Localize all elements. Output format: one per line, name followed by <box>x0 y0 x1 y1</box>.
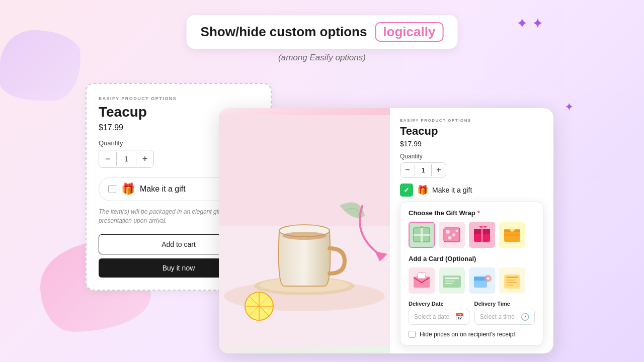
header-title-text: Show/hide custom options <box>201 24 367 40</box>
wrap-swatch-2 <box>440 223 464 247</box>
svg-rect-38 <box>445 283 453 284</box>
header-subtitle: (among Easify options) <box>278 53 366 63</box>
wrap-required-star: * <box>477 209 480 217</box>
card-swatch-4 <box>500 268 524 293</box>
header-title-box: Show/hide custom options logically <box>187 15 458 49</box>
right-card-brand: EASIFY PRODUCT OPTIONS <box>400 118 543 123</box>
svg-rect-49 <box>506 282 517 283</box>
svg-rect-33 <box>418 273 426 279</box>
hide-prices-row[interactable]: Hide prices on on recipient's receipt <box>409 331 535 338</box>
delivery-date-label: Delivery Date <box>409 301 469 307</box>
clock-icon: 🕐 <box>521 313 529 321</box>
wrap-option-3[interactable] <box>469 222 495 248</box>
delivery-time-label: Delivery Time <box>474 301 535 307</box>
card-swatch-2 <box>440 268 464 293</box>
svg-rect-25 <box>481 227 483 242</box>
card-option-3[interactable] <box>469 267 495 294</box>
right-card-price: $17.99 <box>400 140 543 148</box>
svg-point-21 <box>456 230 458 232</box>
hide-prices-label: Hide prices on on recipient's receipt <box>420 331 515 338</box>
sparkle-icon-top-right: ✦ ✦ <box>516 15 543 32</box>
card-swatch-3 <box>470 268 494 293</box>
hide-prices-checkbox[interactable] <box>409 331 416 338</box>
sparkle-icon-mid-right: ✦ <box>565 101 574 114</box>
wrap-swatch-4 <box>500 223 524 247</box>
right-card-product-title: Teacup <box>400 125 543 138</box>
right-qty-minus-button[interactable]: − <box>400 163 415 177</box>
right-quantity-control: − 1 + <box>400 162 446 177</box>
svg-rect-36 <box>445 278 459 279</box>
right-gift-icon: 🎁 <box>417 185 428 196</box>
right-gift-label: Make it a gift <box>432 186 472 194</box>
svg-point-30 <box>510 227 515 232</box>
right-qty-plus-button[interactable]: + <box>432 163 446 177</box>
right-gift-checked-row[interactable]: ✓ 🎁 Make it a gift <box>400 184 543 197</box>
calendar-icon: 📅 <box>455 313 464 321</box>
left-gift-label: Make it a gift <box>140 185 186 194</box>
header: Show/hide custom options logically (amon… <box>187 15 458 63</box>
svg-point-5 <box>282 232 327 240</box>
left-quantity-control: − 1 + <box>99 150 154 168</box>
svg-rect-48 <box>506 280 515 281</box>
checkmark-icon: ✓ <box>404 186 410 194</box>
svg-marker-51 <box>375 251 387 261</box>
left-card-brand: EASIFY PRODUCT OPTIONS <box>99 96 259 101</box>
svg-rect-47 <box>506 277 518 278</box>
delivery-date-field: Delivery Date Select a date 📅 <box>409 301 469 325</box>
card-swatch-1 <box>410 268 434 293</box>
header-highlight: logically <box>375 22 443 42</box>
svg-point-18 <box>446 230 450 234</box>
decorative-blob-lavender <box>0 30 80 101</box>
arrow-indicator <box>342 196 443 272</box>
delivery-time-field: Delivery Time Select a time 🕐 <box>474 301 535 325</box>
left-gift-icon: 🎁 <box>121 183 135 196</box>
left-qty-minus-button[interactable]: − <box>99 150 116 167</box>
svg-rect-50 <box>506 285 513 286</box>
wrap-swatch-3 <box>470 223 494 247</box>
delivery-row: Delivery Date Select a date 📅 Delivery T… <box>409 301 535 325</box>
right-quantity-label: Quantity <box>400 153 543 160</box>
left-gift-checkbox[interactable] <box>108 185 116 193</box>
right-qty-value: 1 <box>415 164 432 176</box>
svg-rect-29 <box>504 234 520 236</box>
svg-point-19 <box>452 233 455 236</box>
left-qty-value: 1 <box>116 152 136 166</box>
delivery-time-input[interactable]: Select a time 🕐 <box>474 309 535 325</box>
svg-rect-37 <box>445 281 455 282</box>
delivery-date-input[interactable]: Select a date 📅 <box>409 309 469 325</box>
wrap-option-4[interactable] <box>499 222 525 248</box>
card-option-4[interactable] <box>499 267 525 294</box>
left-qty-plus-button[interactable]: + <box>136 150 153 167</box>
svg-point-20 <box>448 236 452 240</box>
right-gift-checked-box: ✓ <box>400 184 413 197</box>
